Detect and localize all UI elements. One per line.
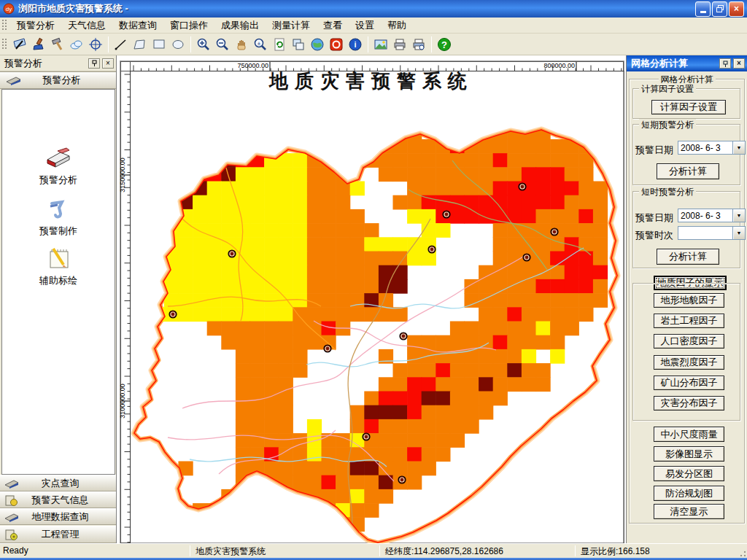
- polygon-tool-icon[interactable]: [131, 35, 150, 54]
- item-warning-analysis[interactable]: 预警分析: [2, 147, 115, 187]
- close-panel-button[interactable]: ×: [733, 58, 745, 69]
- section-disaster-point-query[interactable]: 灾点查询: [0, 475, 116, 491]
- zoom-out-icon[interactable]: [213, 35, 232, 54]
- chevron-down-icon[interactable]: ▼: [732, 209, 745, 222]
- left-panel-title: 预警分析: [4, 57, 86, 70]
- toolbar-separator: [431, 36, 432, 52]
- weather-doc-icon: [4, 494, 19, 506]
- menu-view[interactable]: 查看: [317, 17, 349, 34]
- short-term-date-combo[interactable]: 2008- 6- 3 ▼: [678, 141, 746, 155]
- brush-icon[interactable]: [29, 35, 48, 54]
- print-icon[interactable]: [390, 35, 409, 54]
- print-preview-icon[interactable]: [409, 35, 428, 54]
- geotech-factor-button[interactable]: 岩土工程因子: [654, 314, 724, 328]
- pin-button[interactable]: [719, 58, 731, 69]
- item-auxiliary-plotting[interactable]: 辅助标绘: [2, 246, 115, 287]
- pin-button[interactable]: [88, 58, 100, 69]
- item-warning-production[interactable]: 预警制作: [2, 198, 115, 238]
- pen-icon: [44, 198, 72, 221]
- svg-text:i: i: [354, 40, 356, 49]
- close-icon: ×: [106, 60, 110, 67]
- select-edit-icon[interactable]: [10, 35, 29, 54]
- menu-warning-analysis[interactable]: 预警分析: [10, 17, 61, 34]
- immediate-date-combo[interactable]: 2008- 6- 3 ▼: [678, 209, 746, 222]
- menu-weather-info[interactable]: 天气信息: [61, 17, 112, 34]
- right-panel-title: 网格分析计算: [631, 57, 717, 70]
- map-canvas[interactable]: 750000.00800000.003150000.003100000.00: [117, 55, 626, 543]
- disaster-factor-button[interactable]: 灾害分布因子: [654, 396, 724, 411]
- project-doc-icon: [4, 529, 19, 540]
- item-label: 预警分析: [2, 174, 115, 187]
- globe-icon[interactable]: [308, 35, 327, 54]
- close-button[interactable]: ×: [729, 1, 744, 17]
- line-tool-icon[interactable]: [112, 35, 131, 54]
- population-factor-button[interactable]: 人口密度因子: [654, 334, 724, 349]
- status-scale: 显示比例:166.158: [581, 545, 650, 558]
- zoom-extent-icon[interactable]: ±: [251, 35, 270, 54]
- image-display-icon[interactable]: [371, 35, 390, 54]
- clear-display-button[interactable]: 清空显示: [654, 504, 724, 519]
- chevron-down-icon[interactable]: ▼: [732, 227, 745, 239]
- item-label: 辅助标绘: [2, 274, 115, 287]
- section-label: 灾点查询: [25, 477, 96, 490]
- resize-grip[interactable]: [738, 548, 746, 557]
- menu-settings[interactable]: 设置: [349, 17, 381, 34]
- terrain-factor-button[interactable]: 地形地貌因子: [654, 293, 724, 308]
- cloud-icon[interactable]: [67, 35, 86, 54]
- refresh-icon[interactable]: [270, 35, 289, 54]
- menu-measure[interactable]: 测量计算: [266, 17, 317, 34]
- immediate-analyze-button[interactable]: 分析计算: [657, 249, 719, 265]
- status-separator: [190, 545, 190, 556]
- stamp-icon: [6, 75, 22, 85]
- prevention-plan-button[interactable]: 防治规划图: [654, 486, 724, 501]
- map-viewport[interactable]: 750000.00800000.003150000.003100000.00: [117, 55, 626, 543]
- section-geo-data-query[interactable]: 地理数据查询: [0, 508, 116, 525]
- group-label: 短时预警分析: [639, 186, 696, 198]
- hammer-icon[interactable]: [48, 35, 67, 54]
- toolbar-grip[interactable]: [2, 39, 7, 50]
- calc-factor-settings-button[interactable]: 计算因子设置: [651, 100, 726, 114]
- left-panel-header[interactable]: 预警分析: [0, 71, 116, 89]
- section-project-management[interactable]: 工程管理: [0, 526, 116, 543]
- left-panel-header-label: 预警分析: [29, 74, 94, 87]
- notepad-pencil-icon: [44, 246, 72, 271]
- immediate-time-combo[interactable]: ▼: [678, 226, 746, 240]
- info-icon[interactable]: i: [346, 35, 365, 54]
- app-icon: dy: [3, 3, 15, 15]
- menu-help[interactable]: 帮助: [381, 17, 413, 34]
- window-title: 浏阳市地质灾害预警系统 -: [18, 2, 694, 15]
- seismic-factor-button[interactable]: 地震烈度因子: [654, 355, 724, 370]
- combo-value: 2008- 6- 3: [678, 209, 732, 222]
- ellipse-tool-icon[interactable]: [169, 35, 187, 54]
- menu-window-ops[interactable]: 窗口操作: [163, 17, 214, 34]
- minimize-button[interactable]: [695, 1, 711, 17]
- layers-icon[interactable]: [289, 35, 308, 54]
- status-separator: [379, 545, 380, 556]
- minimize-icon: [700, 11, 706, 13]
- menubar-grip[interactable]: [2, 20, 7, 31]
- susceptibility-map-button[interactable]: 易发分区图: [654, 466, 724, 481]
- menu-output[interactable]: 成果输出: [214, 17, 266, 34]
- status-ready: Ready: [3, 545, 28, 556]
- rainfall-button[interactable]: 中小尺度雨量: [654, 427, 724, 442]
- close-panel-button[interactable]: ×: [102, 58, 114, 69]
- combo-value: [678, 227, 732, 239]
- crosshair-icon[interactable]: [86, 35, 105, 54]
- imagery-button[interactable]: 影像图显示: [654, 446, 724, 462]
- chevron-down-icon[interactable]: ▼: [732, 141, 745, 154]
- stop-icon[interactable]: [327, 35, 346, 54]
- mine-factor-button[interactable]: 矿山分布因子: [654, 376, 724, 390]
- pan-icon[interactable]: [232, 35, 251, 54]
- combo-value: 2008- 6- 3: [678, 141, 732, 154]
- section-warning-weather-info[interactable]: 预警天气信息: [0, 491, 116, 508]
- help-icon[interactable]: ?: [435, 35, 454, 54]
- menu-bar: 预警分析 天气信息 数据查询 窗口操作 成果输出 测量计算 查看 设置 帮助: [0, 18, 747, 34]
- restore-button[interactable]: [712, 1, 727, 17]
- rectangle-tool-icon[interactable]: [150, 35, 169, 54]
- zoom-in-icon[interactable]: [194, 35, 213, 54]
- toolbar: ± i ?: [0, 34, 747, 55]
- toolbar-separator: [368, 36, 368, 52]
- short-term-analyze-button[interactable]: 分析计算: [657, 163, 719, 179]
- stamp-icon: [4, 478, 19, 489]
- menu-data-query[interactable]: 数据查询: [112, 17, 163, 34]
